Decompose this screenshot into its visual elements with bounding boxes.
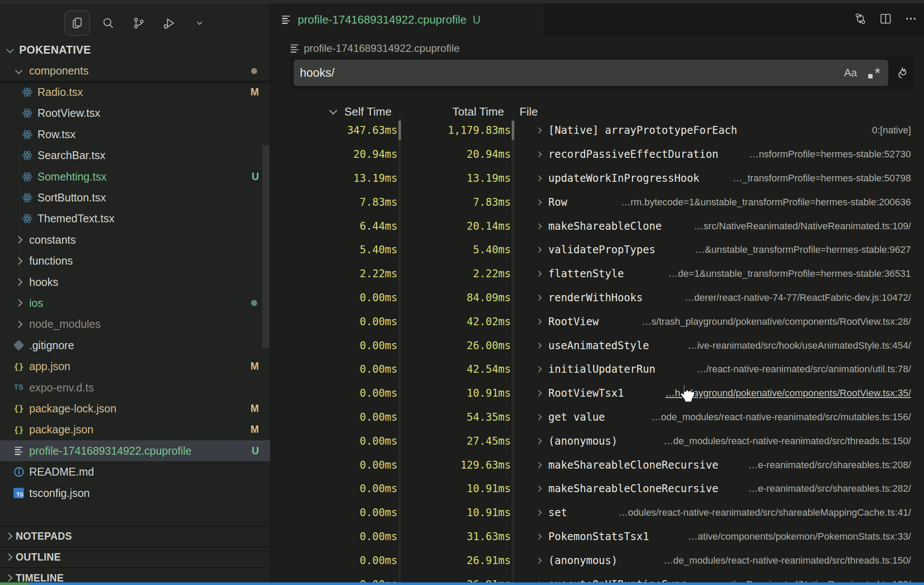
- file-link[interactable]: …e-reanimated/src/shareables.ts:208/: [748, 453, 911, 477]
- table-row[interactable]: 0.00ms 26.91ms (anonymous) …de_modules/r…: [271, 548, 924, 572]
- run-debug-icon[interactable]: [157, 11, 181, 35]
- filter-input[interactable]: hooks/ Aa: [294, 60, 888, 86]
- total-time-gauge: [512, 121, 514, 140]
- tree-item-ios[interactable]: ios: [0, 292, 270, 313]
- table-row[interactable]: 20.94ms 20.94ms recordPassiveEffectDurat…: [271, 143, 924, 167]
- regex-icon[interactable]: [866, 65, 881, 80]
- filter-value: hooks/: [300, 66, 844, 80]
- table-row[interactable]: 5.40ms 5.40ms validatePropTypes …&unstab…: [271, 238, 924, 262]
- tree-item-row[interactable]: Row.tsx: [0, 124, 270, 145]
- tree-item-constants[interactable]: constants: [0, 229, 270, 250]
- compare-changes-icon[interactable]: [853, 12, 867, 27]
- section-notepads[interactable]: NOTEPADS: [0, 526, 270, 547]
- chevron-right-icon: [537, 214, 541, 238]
- file-link[interactable]: …de_modules/react-native-reanimated/src/…: [664, 429, 911, 453]
- tree-item-hooks[interactable]: hooks: [0, 272, 270, 292]
- tree-item-components[interactable]: components: [0, 61, 270, 82]
- table-row[interactable]: 0.00ms 10.91ms set …odules/react-native-…: [271, 501, 924, 525]
- file-link[interactable]: …rm.bytecode=1&unstable_transformProfile…: [621, 190, 911, 214]
- table-row[interactable]: 0.00ms 42.02ms RootView …s/trash_playgro…: [271, 310, 924, 333]
- table-row[interactable]: 0.00ms 129.63ms makeShareableCloneRecurs…: [271, 453, 924, 477]
- table-row[interactable]: 0.00ms 27.45ms (anonymous) …de_modules/r…: [271, 429, 924, 453]
- tree-item-rootview[interactable]: RootView.tsx: [0, 103, 270, 124]
- tab-cpuprofile[interactable]: profile-1741689314922.cpuprofile U: [271, 3, 544, 36]
- tree-item-tsconfig[interactable]: tsconfig.json: [0, 483, 270, 503]
- tree-item-gitignore[interactable]: .gitignore: [0, 335, 270, 356]
- table-row[interactable]: 0.00ms 31.63ms PokemonStatsTsx1 …ative/c…: [271, 525, 924, 549]
- search-icon[interactable]: [96, 11, 120, 35]
- file-link[interactable]: …&unstable_transformProfile=hermes-stabl…: [695, 238, 911, 262]
- table-row[interactable]: 13.19ms 13.19ms updateWorkInProgressHook…: [271, 167, 924, 190]
- file-link[interactable]: …s/trash_playground/pokenative/component…: [642, 310, 911, 333]
- file-link[interactable]: …derer/react-native-74-77/ReactFabric-de…: [685, 286, 911, 310]
- chevron-down-icon: [4, 48, 16, 53]
- table-row[interactable]: 0.00ms 26.00ms useAnimatedStyle …ive-rea…: [271, 333, 924, 357]
- file-link[interactable]: …src/NativeReanimated/NativeReanimated.t…: [694, 214, 911, 238]
- tree-item-cpuprofile[interactable]: profile-1741689314922.cpuprofile U: [0, 440, 270, 461]
- match-case-icon[interactable]: Aa: [844, 67, 857, 79]
- column-file[interactable]: File: [520, 103, 538, 120]
- chevron-down-icon[interactable]: [187, 11, 212, 35]
- table-row[interactable]: 2.22ms 2.22ms flattenStyle …de=1&unstabl…: [271, 262, 924, 286]
- tree-item-sortbutton[interactable]: SortButton.tsx: [0, 187, 270, 208]
- chevron-right-icon: [537, 167, 541, 190]
- chevron-right-icon: [6, 533, 11, 541]
- table-row-hovered[interactable]: 0.00ms 10.91ms RootViewTsx1 …h_playgroun…: [271, 381, 924, 405]
- sidebar-scrollbar[interactable]: [262, 145, 269, 348]
- table-row[interactable]: 347.63ms 1,179.83ms [Native] arrayProtot…: [271, 119, 924, 143]
- file-link[interactable]: …/react-native-reanimated/src/animation/…: [696, 357, 911, 381]
- typescript-def-icon: [11, 384, 26, 391]
- react-icon: [20, 192, 34, 204]
- git-status-badge: U: [251, 171, 259, 183]
- column-self-time[interactable]: Self Time: [344, 103, 391, 120]
- tree-item-themedtext[interactable]: ThemedText.tsx: [0, 208, 270, 229]
- file-link[interactable]: 0:[native]: [872, 119, 911, 143]
- tree-item-expo-env[interactable]: expo-env.d.ts: [0, 377, 270, 398]
- tree-item-searchbar[interactable]: SearchBar.tsx: [0, 145, 270, 166]
- react-icon: [20, 213, 34, 224]
- file-link[interactable]: …de=1&unstable_transformProfile=hermes-s…: [669, 262, 911, 286]
- table-row[interactable]: 0.00ms 42.54ms initialUpdaterRun …/react…: [271, 357, 924, 381]
- project-root-header[interactable]: POKENATIVE: [0, 39, 270, 61]
- file-link[interactable]: …odules/react-native-reanimated/src/shar…: [618, 501, 911, 525]
- file-link[interactable]: …_transformProfile=hermes-stable:50798: [733, 167, 911, 190]
- source-control-icon[interactable]: [126, 11, 151, 35]
- table-row[interactable]: 0.00ms 84.09ms renderWithHooks …derer/re…: [271, 286, 924, 310]
- file-tree: components Radio.tsx M RootView.tsx Row.…: [0, 61, 270, 503]
- column-total-time[interactable]: Total Time: [452, 103, 504, 120]
- tree-item-readme[interactable]: README.md: [0, 461, 270, 482]
- breadcrumb[interactable]: profile-1741689314922.cpuprofile: [291, 41, 460, 56]
- file-link[interactable]: …ative/components/pokemon/PokemonStats.t…: [688, 525, 911, 549]
- tree-item-somehting[interactable]: Somehting.tsx U: [0, 166, 270, 187]
- more-actions-icon[interactable]: [904, 12, 918, 27]
- file-link[interactable]: …ive-reanimated/src/hook/useAnimatedStyl…: [688, 333, 911, 357]
- file-link[interactable]: …h_playground/pokenative/components/Root…: [666, 381, 911, 405]
- table-row[interactable]: 0.00ms 26.91ms executeOnUIRuntimeSync …t…: [271, 572, 924, 582]
- mouse-cursor-hand: [676, 382, 696, 405]
- chevron-right-icon: [537, 333, 541, 357]
- table-row[interactable]: 0.00ms 10.91ms makeShareableCloneRecursi…: [271, 477, 924, 501]
- chevron-right-icon: [537, 143, 541, 167]
- table-row[interactable]: 7.83ms 7.83ms Row …rm.bytecode=1&unstabl…: [271, 190, 924, 214]
- file-link[interactable]: …de_modules/react-native-reanimated/src/…: [664, 548, 911, 572]
- table-row[interactable]: 0.00ms 54.35ms get value …ode_modules/re…: [271, 405, 924, 429]
- tree-item-app-json[interactable]: app.json M: [0, 356, 270, 377]
- flame-icon[interactable]: [888, 65, 915, 80]
- file-link[interactable]: …e-reanimated/src/shareables.ts:282/: [748, 477, 911, 501]
- tree-item-node-modules[interactable]: node_modules: [0, 314, 270, 335]
- tree-item-functions[interactable]: functions: [0, 251, 270, 272]
- chevron-right-icon: [537, 548, 541, 572]
- remote-indicator[interactable]: [0, 582, 29, 585]
- tree-item-radio[interactable]: Radio.tsx M: [0, 82, 270, 102]
- table-row[interactable]: 6.44ms 20.14ms makeShareableClone …src/N…: [271, 214, 924, 238]
- explorer-sidebar: POKENATIVE components Radio.tsx M RootVi…: [0, 3, 270, 582]
- explorer-files-icon[interactable]: [65, 10, 90, 36]
- tree-item-package-lock[interactable]: package-lock.json M: [0, 398, 270, 419]
- split-editor-icon[interactable]: [879, 12, 893, 27]
- tree-item-package-json[interactable]: package.json M: [0, 419, 270, 440]
- chevron-right-icon: [11, 279, 26, 285]
- file-link[interactable]: …nsformProfile=hermes-stable:52730: [749, 143, 911, 167]
- section-outline[interactable]: OUTLINE: [0, 547, 270, 568]
- file-link[interactable]: …ode_modules/react-native-reanimated/src…: [651, 405, 911, 429]
- file-link[interactable]: …tiveReanimated/NativeReanimated.ts:129/: [722, 572, 911, 582]
